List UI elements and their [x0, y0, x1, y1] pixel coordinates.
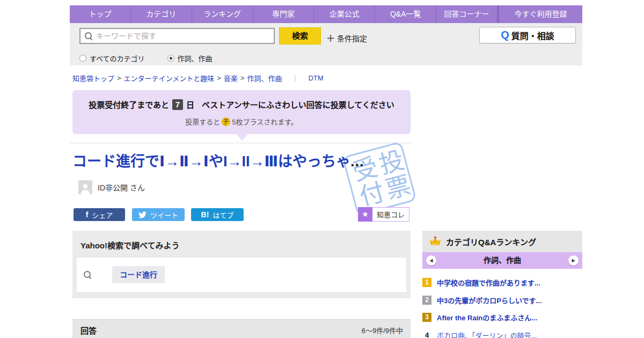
ask-question-button[interactable]: Q 質問・相談 [479, 27, 576, 43]
rank-2-badge: 2 [422, 296, 431, 305]
keyword-chip[interactable]: コード進行 [112, 266, 165, 283]
ranking-item-3[interactable]: 3 After the Rainのまふまふさん... [422, 312, 582, 322]
rank-1-badge: 1 [422, 278, 431, 287]
divider-line [70, 143, 411, 143]
search-icon [84, 32, 93, 40]
breadcrumb: 知恵袋トップ > エンターテインメントと趣味 > 音楽 > 作詞、作曲 ｜ DT… [72, 73, 324, 83]
share-row: f シェア ツイート B! はてブ ★ 知恵コレ [74, 208, 411, 222]
twitter-bird-icon [138, 211, 147, 218]
nav-item-category[interactable]: カテゴリ [131, 5, 192, 23]
avatar [78, 180, 92, 194]
radio-current-category[interactable]: 作詞、作曲 [167, 53, 213, 63]
vote-reward-line: 投票すると チ 5枚プラスされます。 [72, 116, 411, 127]
breadcrumb-separator: > [217, 74, 221, 82]
breadcrumb-divider: ｜ [291, 73, 298, 83]
question-author-row: ID非公開 さん [78, 180, 145, 194]
yahoo-search-box: Yahoo!検索で調べてみよう コード進行 [72, 231, 411, 298]
search-box[interactable] [79, 28, 275, 44]
page: トップ カテゴリ ランキング 専門家 企業公式 Q&A一覧 回答コーナー 今すぐ… [0, 0, 644, 338]
nav-item-answer-corner[interactable]: 回答コーナー [436, 5, 497, 23]
vote-deadline-line: 投票受付終了まであと 7 日 ベストアンサーにふさわしい回答に投票してください [72, 99, 411, 110]
chiecolle-button[interactable]: ★ 知恵コレ [358, 207, 409, 222]
nav-item-ranking[interactable]: ランキング [192, 5, 253, 23]
radio-unselected-icon[interactable] [79, 55, 86, 62]
breadcrumb-music[interactable]: 音楽 [224, 73, 238, 83]
title-ellipsis: ... [350, 153, 364, 170]
breadcrumb-entertainment[interactable]: エンターテインメントと趣味 [124, 73, 215, 83]
ranking-category-carousel: ◀ 作詞、作曲 ▶ [422, 252, 582, 269]
rank-3-badge: 3 [422, 313, 431, 322]
breadcrumb-songwriting[interactable]: 作詞、作曲 [247, 73, 282, 83]
nav-item-qa-list[interactable]: Q&A一覧 [375, 5, 436, 23]
sidebar-ranking-header: カテゴリQ&Aランキング [422, 231, 582, 252]
chiebukuro-q-icon: Q [501, 29, 509, 41]
search-band: 検索 ＋条件指定 Q 質問・相談 すべてのカテゴリ 作詞、作曲 [70, 23, 582, 65]
days-remaining-badge: 7 [172, 99, 183, 110]
breadcrumb-home[interactable]: 知恵袋トップ [72, 73, 114, 83]
ranking-heading: カテゴリQ&Aランキング [446, 236, 536, 247]
ranking-item-4[interactable]: 4 ボカロ曲、「ダーリン」の暗号... [422, 329, 582, 338]
question-title: コード進行でⅠ→Ⅱ→ⅠやI→II→Ⅲはやっちゃ... [72, 152, 412, 171]
facebook-share-button[interactable]: f シェア [74, 208, 125, 221]
yahoo-search-heading: Yahoo!検索で調べてみよう [80, 239, 179, 251]
vote-notice: 投票受付終了まであと 7 日 ベストアンサーにふさわしい回答に投票してください … [72, 90, 411, 134]
person-icon [79, 182, 91, 194]
radio-all-categories[interactable]: すべてのカテゴリ [79, 53, 145, 63]
hatena-icon: B! [201, 210, 209, 219]
top-nav: トップ カテゴリ ランキング 専門家 企業公式 Q&A一覧 回答コーナー 今すぐ… [70, 5, 582, 23]
carousel-next-button[interactable]: ▶ [568, 255, 579, 266]
radio-selected-icon[interactable] [167, 55, 174, 62]
nav-item-official[interactable]: 企業公式 [314, 5, 375, 23]
crown-icon [429, 236, 442, 247]
breadcrumb-separator: > [240, 74, 245, 82]
author-name: ID非公開 さん [98, 182, 145, 193]
nav-item-register[interactable]: 今すぐ利用登録 [497, 5, 582, 23]
answers-heading: 回答 [80, 325, 97, 336]
twitter-tweet-button[interactable]: ツイート [132, 208, 185, 221]
hatena-bookmark-button[interactable]: B! はてブ [191, 208, 244, 221]
ranking-item-2[interactable]: 2 中3の先輩がボカロPらしいです... [422, 295, 582, 305]
ranking-category-label: 作詞、作曲 [422, 252, 582, 269]
breadcrumb-dtm[interactable]: DTM [308, 74, 323, 82]
rank-4-number: 4 [422, 330, 431, 338]
answers-header: 回答 6〜9件/9件中 [72, 319, 411, 338]
star-icon: ★ [358, 207, 372, 222]
yahoo-search-inner: コード進行 [77, 258, 406, 292]
category-radio-row: すべてのカテゴリ 作詞、作曲 [79, 53, 213, 63]
search-input[interactable] [96, 32, 274, 40]
notice-pointer [236, 134, 248, 141]
nav-item-top[interactable]: トップ [70, 5, 131, 23]
ranking-item-1[interactable]: 1 中学校の宿題で作曲があります... [422, 277, 582, 288]
coin-icon: チ [222, 117, 230, 126]
plus-icon: ＋ [326, 34, 335, 43]
breadcrumb-separator: > [117, 74, 121, 82]
facebook-icon: f [86, 210, 89, 219]
answers-count: 6〜9件/9件中 [362, 325, 403, 335]
carousel-prev-button[interactable]: ◀ [426, 255, 436, 266]
nav-item-experts[interactable]: 専門家 [253, 5, 314, 23]
search-icon [83, 270, 92, 279]
advanced-search-link[interactable]: ＋条件指定 [326, 31, 367, 44]
search-button[interactable]: 検索 [279, 27, 321, 45]
